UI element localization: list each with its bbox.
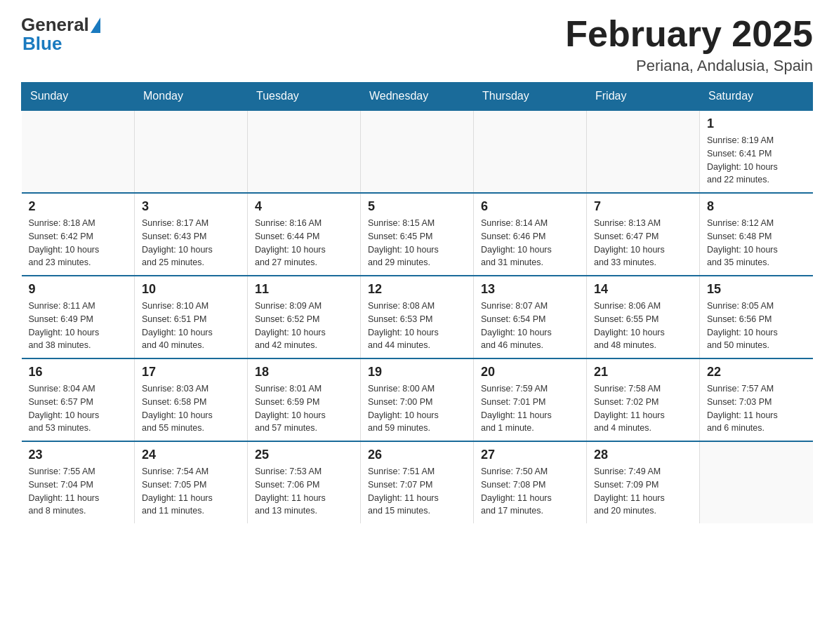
calendar-cell: 5Sunrise: 8:15 AM Sunset: 6:45 PM Daylig… <box>361 193 474 276</box>
day-info: Sunrise: 8:08 AM Sunset: 6:53 PM Dayligh… <box>368 300 466 352</box>
calendar-cell: 6Sunrise: 8:14 AM Sunset: 6:46 PM Daylig… <box>474 193 587 276</box>
calendar-cell: 16Sunrise: 8:04 AM Sunset: 6:57 PM Dayli… <box>22 358 135 441</box>
calendar-cell: 23Sunrise: 7:55 AM Sunset: 7:04 PM Dayli… <box>22 441 135 523</box>
day-number: 8 <box>707 199 806 214</box>
day-info: Sunrise: 7:57 AM Sunset: 7:03 PM Dayligh… <box>707 382 806 435</box>
calendar-body: 1Sunrise: 8:19 AM Sunset: 6:41 PM Daylig… <box>22 110 813 523</box>
day-info: Sunrise: 7:51 AM Sunset: 7:07 PM Dayligh… <box>368 465 466 518</box>
day-info: Sunrise: 8:11 AM Sunset: 6:49 PM Dayligh… <box>29 300 128 352</box>
calendar-cell: 9Sunrise: 8:11 AM Sunset: 6:49 PM Daylig… <box>22 276 135 358</box>
day-info: Sunrise: 8:04 AM Sunset: 6:57 PM Dayligh… <box>29 382 128 435</box>
calendar-cell: 13Sunrise: 8:07 AM Sunset: 6:54 PM Dayli… <box>474 276 587 358</box>
calendar-cell <box>135 110 248 193</box>
calendar-cell: 18Sunrise: 8:01 AM Sunset: 6:59 PM Dayli… <box>248 358 361 441</box>
calendar-cell: 12Sunrise: 8:08 AM Sunset: 6:53 PM Dayli… <box>361 276 474 358</box>
day-info: Sunrise: 7:50 AM Sunset: 7:08 PM Dayligh… <box>481 465 579 518</box>
calendar-cell: 8Sunrise: 8:12 AM Sunset: 6:48 PM Daylig… <box>700 193 813 276</box>
day-info: Sunrise: 8:18 AM Sunset: 6:42 PM Dayligh… <box>29 217 128 269</box>
calendar-cell: 15Sunrise: 8:05 AM Sunset: 6:56 PM Dayli… <box>700 276 813 358</box>
weekday-header-tuesday: Tuesday <box>248 83 361 111</box>
calendar-cell: 3Sunrise: 8:17 AM Sunset: 6:43 PM Daylig… <box>135 193 248 276</box>
weekday-header-sunday: Sunday <box>22 83 135 111</box>
calendar-cell: 24Sunrise: 7:54 AM Sunset: 7:05 PM Dayli… <box>135 441 248 523</box>
calendar-cell: 1Sunrise: 8:19 AM Sunset: 6:41 PM Daylig… <box>700 110 813 193</box>
calendar-cell: 21Sunrise: 7:58 AM Sunset: 7:02 PM Dayli… <box>587 358 700 441</box>
day-info: Sunrise: 8:01 AM Sunset: 6:59 PM Dayligh… <box>255 382 353 435</box>
calendar-table: SundayMondayTuesdayWednesdayThursdayFrid… <box>21 82 813 523</box>
day-info: Sunrise: 7:58 AM Sunset: 7:02 PM Dayligh… <box>594 382 692 435</box>
weekday-header-monday: Monday <box>135 83 248 111</box>
day-info: Sunrise: 8:19 AM Sunset: 6:41 PM Dayligh… <box>707 134 806 187</box>
day-number: 23 <box>29 448 128 462</box>
day-number: 22 <box>707 365 806 380</box>
day-info: Sunrise: 8:16 AM Sunset: 6:44 PM Dayligh… <box>255 217 353 269</box>
day-info: Sunrise: 7:49 AM Sunset: 7:09 PM Dayligh… <box>594 465 692 518</box>
day-info: Sunrise: 8:15 AM Sunset: 6:45 PM Dayligh… <box>368 217 466 269</box>
day-number: 12 <box>368 282 466 297</box>
calendar-cell: 26Sunrise: 7:51 AM Sunset: 7:07 PM Dayli… <box>361 441 474 523</box>
calendar-cell: 22Sunrise: 7:57 AM Sunset: 7:03 PM Dayli… <box>700 358 813 441</box>
week-row-5: 23Sunrise: 7:55 AM Sunset: 7:04 PM Dayli… <box>22 441 813 523</box>
calendar-cell: 14Sunrise: 8:06 AM Sunset: 6:55 PM Dayli… <box>587 276 700 358</box>
day-number: 1 <box>707 116 806 131</box>
calendar-cell: 28Sunrise: 7:49 AM Sunset: 7:09 PM Dayli… <box>587 441 700 523</box>
weekday-header-saturday: Saturday <box>700 83 813 111</box>
day-number: 18 <box>255 365 353 380</box>
weekday-header-friday: Friday <box>587 83 700 111</box>
day-info: Sunrise: 8:07 AM Sunset: 6:54 PM Dayligh… <box>481 300 579 352</box>
day-number: 25 <box>255 448 353 462</box>
calendar-cell: 2Sunrise: 8:18 AM Sunset: 6:42 PM Daylig… <box>22 193 135 276</box>
day-number: 21 <box>594 365 692 380</box>
day-info: Sunrise: 8:05 AM Sunset: 6:56 PM Dayligh… <box>707 300 806 352</box>
calendar-cell <box>22 110 135 193</box>
day-info: Sunrise: 7:53 AM Sunset: 7:06 PM Dayligh… <box>255 465 353 518</box>
day-info: Sunrise: 8:10 AM Sunset: 6:51 PM Dayligh… <box>142 300 240 352</box>
day-info: Sunrise: 8:17 AM Sunset: 6:43 PM Dayligh… <box>142 217 240 269</box>
day-number: 3 <box>142 199 240 214</box>
calendar-title: February 2025 <box>565 14 813 54</box>
week-row-3: 9Sunrise: 8:11 AM Sunset: 6:49 PM Daylig… <box>22 276 813 358</box>
day-number: 11 <box>255 282 353 297</box>
calendar-cell: 27Sunrise: 7:50 AM Sunset: 7:08 PM Dayli… <box>474 441 587 523</box>
calendar-cell: 25Sunrise: 7:53 AM Sunset: 7:06 PM Dayli… <box>248 441 361 523</box>
day-info: Sunrise: 8:12 AM Sunset: 6:48 PM Dayligh… <box>707 217 806 269</box>
calendar-cell: 19Sunrise: 8:00 AM Sunset: 7:00 PM Dayli… <box>361 358 474 441</box>
day-number: 17 <box>142 365 240 380</box>
logo: General Blue <box>21 14 100 55</box>
weekday-header-thursday: Thursday <box>474 83 587 111</box>
day-number: 26 <box>368 448 466 462</box>
calendar-header: SundayMondayTuesdayWednesdayThursdayFrid… <box>22 83 813 111</box>
day-number: 28 <box>594 448 692 462</box>
logo-triangle-icon <box>91 18 100 33</box>
calendar-cell: 20Sunrise: 7:59 AM Sunset: 7:01 PM Dayli… <box>474 358 587 441</box>
logo-blue-text: Blue <box>22 33 100 55</box>
day-number: 27 <box>481 448 579 462</box>
calendar-cell <box>361 110 474 193</box>
day-number: 5 <box>368 199 466 214</box>
day-info: Sunrise: 8:00 AM Sunset: 7:00 PM Dayligh… <box>368 382 466 435</box>
day-number: 6 <box>481 199 579 214</box>
calendar-cell: 4Sunrise: 8:16 AM Sunset: 6:44 PM Daylig… <box>248 193 361 276</box>
calendar-cell <box>587 110 700 193</box>
day-info: Sunrise: 7:55 AM Sunset: 7:04 PM Dayligh… <box>29 465 128 518</box>
week-row-1: 1Sunrise: 8:19 AM Sunset: 6:41 PM Daylig… <box>22 110 813 193</box>
day-number: 24 <box>142 448 240 462</box>
weekday-row: SundayMondayTuesdayWednesdayThursdayFrid… <box>22 83 813 111</box>
day-number: 20 <box>481 365 579 380</box>
calendar-subtitle: Periana, Andalusia, Spain <box>565 57 813 75</box>
page-header: General Blue February 2025 Periana, Anda… <box>21 14 813 75</box>
calendar-cell <box>248 110 361 193</box>
calendar-cell: 10Sunrise: 8:10 AM Sunset: 6:51 PM Dayli… <box>135 276 248 358</box>
title-section: February 2025 Periana, Andalusia, Spain <box>565 14 813 75</box>
day-number: 9 <box>29 282 128 297</box>
calendar-cell: 17Sunrise: 8:03 AM Sunset: 6:58 PM Dayli… <box>135 358 248 441</box>
calendar-cell <box>700 441 813 523</box>
day-number: 7 <box>594 199 692 214</box>
day-info: Sunrise: 8:03 AM Sunset: 6:58 PM Dayligh… <box>142 382 240 435</box>
calendar-cell: 11Sunrise: 8:09 AM Sunset: 6:52 PM Dayli… <box>248 276 361 358</box>
week-row-4: 16Sunrise: 8:04 AM Sunset: 6:57 PM Dayli… <box>22 358 813 441</box>
day-number: 14 <box>594 282 692 297</box>
day-info: Sunrise: 8:14 AM Sunset: 6:46 PM Dayligh… <box>481 217 579 269</box>
day-info: Sunrise: 7:59 AM Sunset: 7:01 PM Dayligh… <box>481 382 579 435</box>
day-number: 13 <box>481 282 579 297</box>
